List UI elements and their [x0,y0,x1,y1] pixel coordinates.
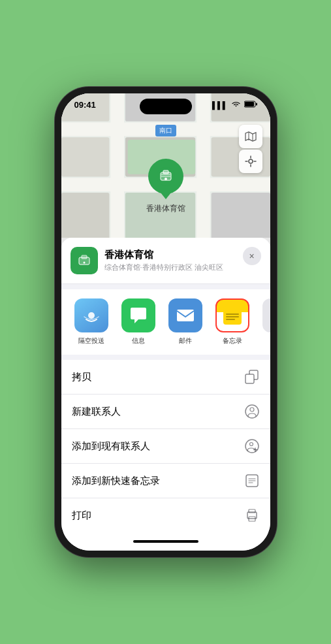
venue-name: 香港体育馆 [104,249,260,261]
map-area[interactable]: 南口 [61,93,270,238]
status-icons: ▌▌▌ [212,101,257,109]
status-time: 09:41 [74,100,96,110]
map-type-button[interactable] [239,125,262,148]
svg-rect-33 [82,255,87,259]
home-bar [133,540,198,543]
action-list: 拷贝 新建联系人 [61,360,270,532]
svg-rect-39 [226,314,239,315]
svg-point-35 [88,312,95,319]
location-pin: 香港体育馆 [146,159,185,214]
add-existing-icon [244,438,260,454]
action-add-note-label: 添加到新快速备忘录 [72,475,160,487]
svg-rect-7 [197,93,210,238]
phone-frame: 09:41 ▌▌▌ [55,87,277,557]
share-item-mail[interactable]: 邮件 [166,298,205,346]
svg-rect-1 [245,102,254,106]
svg-rect-43 [245,374,254,383]
close-button[interactable]: × [243,247,261,265]
share-item-airdrop[interactable]: 隔空投送 [72,298,111,346]
map-entrance-label: 南口 [155,125,176,137]
more-icon [262,298,270,332]
mail-label: 邮件 [179,336,192,346]
action-new-contact[interactable]: 新建联系人 [61,394,270,429]
svg-point-45 [250,408,254,411]
airdrop-icon [74,298,108,332]
svg-point-20 [249,159,253,163]
svg-rect-11 [61,137,109,176]
action-add-existing-label: 添加到现有联系人 [72,440,150,453]
share-item-notes[interactable]: 备忘录 [213,298,252,346]
airdrop-label: 隔空投送 [78,336,104,346]
action-add-note[interactable]: 添加到新快速备忘录 [61,464,270,498]
messages-label: 信息 [132,336,145,346]
new-contact-icon [244,404,260,419]
svg-rect-41 [226,319,235,320]
share-item-more[interactable]: 提 [260,298,270,346]
bottom-sheet: 香港体育馆 综合体育馆·香港特别行政区 油尖旺区 × 隔空投 [61,238,270,551]
venue-subtitle: 综合体育馆·香港特别行政区 油尖旺区 [104,263,260,272]
pin-label: 香港体育馆 [146,203,185,214]
svg-point-28 [165,178,167,180]
share-item-messages[interactable]: 信息 [119,298,158,346]
svg-rect-2 [256,103,257,106]
add-note-icon [244,473,260,489]
svg-rect-14 [61,193,109,238]
phone-screen: 09:41 ▌▌▌ [61,93,270,551]
svg-point-47 [249,443,253,446]
map-controls [239,125,262,173]
svg-point-34 [83,262,85,264]
wifi-icon [231,101,241,109]
copy-icon [244,369,260,385]
share-row: 隔空投送 信息 [61,289,270,355]
svg-rect-16 [211,193,270,238]
svg-rect-6 [110,93,124,238]
sheet-header: 香港体育馆 综合体育馆·香港特别行政区 油尖旺区 × [61,238,270,284]
action-copy[interactable]: 拷贝 [61,360,270,394]
pin-circle [148,159,183,194]
venue-info: 香港体育馆 综合体育馆·香港特别行政区 油尖旺区 [104,249,260,272]
action-print-label: 打印 [72,509,91,522]
signal-icon: ▌▌▌ [212,101,227,109]
mail-icon [168,298,202,332]
location-button[interactable] [239,150,262,173]
messages-icon [121,298,155,332]
svg-rect-38 [223,306,242,312]
print-icon [244,507,260,523]
notes-label: 备忘录 [223,336,242,346]
svg-rect-36 [177,310,194,321]
action-new-contact-label: 新建联系人 [72,406,121,418]
svg-rect-27 [163,170,168,174]
home-indicator [61,532,270,551]
svg-rect-40 [226,316,239,317]
battery-icon [244,101,257,109]
venue-icon [71,247,98,274]
action-add-existing[interactable]: 添加到现有联系人 [61,429,270,464]
notes-icon [215,298,249,332]
dynamic-island [140,99,192,114]
action-print[interactable]: 打印 [61,498,270,532]
action-copy-label: 拷贝 [72,371,91,383]
